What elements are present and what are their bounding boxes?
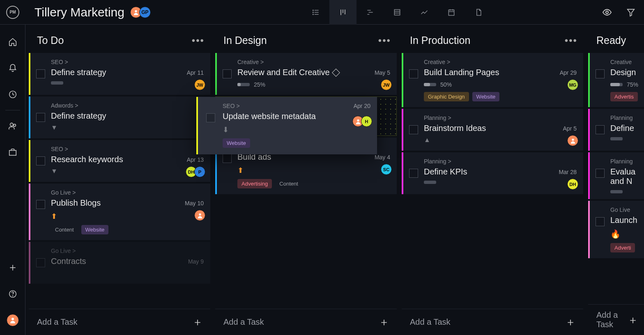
- tag-chip[interactable]: Advertising: [237, 179, 272, 188]
- card-category[interactable]: SEO >: [223, 103, 370, 109]
- task-card[interactable]: Planning > Define KPIs Mar 28 DH: [402, 152, 583, 194]
- task-checkbox[interactable]: [206, 113, 215, 122]
- card-category[interactable]: SEO >: [51, 146, 203, 152]
- sidebar-home-icon[interactable]: [5, 34, 20, 49]
- header-avatars[interactable]: GP: [130, 7, 151, 18]
- task-card[interactable]: Creative > Review and Edit Creative May …: [215, 53, 397, 95]
- kanban-board[interactable]: To Do ••• SEO > Define strategy Apr 11 J…: [25, 25, 644, 335]
- expand-caret-icon[interactable]: ▼: [51, 124, 203, 131]
- task-checkbox[interactable]: [36, 200, 45, 209]
- task-checkbox[interactable]: [223, 154, 232, 163]
- tag-chip[interactable]: Website: [81, 225, 109, 234]
- card-category[interactable]: Go Live: [610, 207, 638, 213]
- card-avatars[interactable]: [194, 210, 205, 221]
- column-menu-icon[interactable]: •••: [378, 35, 391, 46]
- task-checkbox[interactable]: [223, 69, 232, 78]
- avatar[interactable]: JW: [381, 79, 392, 90]
- card-category[interactable]: Adwords >: [51, 102, 203, 109]
- task-card[interactable]: Go Live Launch 🔥 Adverti: [588, 201, 644, 258]
- card-category[interactable]: Creative >: [424, 59, 576, 65]
- sidebar-user-avatar[interactable]: [5, 313, 20, 328]
- view-file-icon[interactable]: [465, 0, 492, 25]
- card-category[interactable]: Planning >: [424, 115, 576, 121]
- task-card[interactable]: Creative > Build Landing Pages Apr 29 MG…: [402, 53, 583, 107]
- task-card[interactable]: Planning Evaluaand N: [588, 152, 644, 199]
- sidebar-notifications-icon[interactable]: [5, 61, 20, 76]
- card-category[interactable]: Planning: [610, 158, 638, 165]
- tag-chip[interactable]: Website: [472, 92, 500, 101]
- task-checkbox[interactable]: [36, 69, 45, 78]
- tag-chip[interactable]: Adverti: [610, 243, 635, 252]
- task-checkbox[interactable]: [596, 69, 605, 78]
- filter-icon[interactable]: [623, 4, 639, 21]
- card-avatars[interactable]: [567, 135, 578, 146]
- card-avatars[interactable]: DHP: [186, 166, 205, 177]
- view-dashboard-icon[interactable]: [411, 0, 438, 25]
- column-menu-icon[interactable]: •••: [192, 35, 205, 46]
- dragging-card[interactable]: SEO > Update website metadata Apr 20 H ⬇…: [196, 97, 377, 154]
- card-category[interactable]: SEO >: [51, 59, 203, 65]
- avatar[interactable]: GP: [139, 7, 151, 18]
- task-card[interactable]: SEO > Research keywords Apr 13 DHP ▼: [29, 140, 210, 182]
- card-category[interactable]: Creative: [610, 59, 638, 65]
- tag-chip[interactable]: Graphic Design: [424, 92, 469, 101]
- card-category[interactable]: Planning: [610, 115, 638, 121]
- card-category[interactable]: Go Live >: [51, 189, 203, 196]
- task-card[interactable]: Planning > Brainstorm Ideas Apr 5 ▲: [402, 109, 583, 151]
- task-checkbox[interactable]: [409, 125, 418, 134]
- task-checkbox[interactable]: [596, 125, 605, 134]
- sidebar-add-icon[interactable]: [5, 260, 20, 275]
- sidebar-team-icon[interactable]: [5, 119, 20, 133]
- add-task-button[interactable]: Add a Task＋: [588, 304, 644, 335]
- card-avatars[interactable]: MG: [567, 79, 578, 90]
- tag-chip[interactable]: Content: [275, 179, 302, 188]
- task-checkbox[interactable]: [596, 169, 605, 178]
- visibility-icon[interactable]: [599, 4, 615, 21]
- view-gantt-icon[interactable]: [356, 0, 384, 25]
- view-board-icon[interactable]: [329, 0, 356, 25]
- sidebar-help-icon[interactable]: [5, 287, 20, 301]
- view-sheet-icon[interactable]: [384, 0, 411, 25]
- task-card[interactable]: Adwords > Define strategy ▼: [29, 96, 210, 138]
- add-task-button[interactable]: Add a Task＋: [215, 309, 397, 335]
- add-task-button[interactable]: Add a Task＋: [29, 309, 210, 335]
- card-avatars[interactable]: DH: [567, 179, 578, 190]
- avatar[interactable]: SC: [381, 164, 392, 175]
- task-card[interactable]: Planning Define: [588, 109, 644, 151]
- task-card[interactable]: SEO > Define strategy Apr 11 JW: [29, 53, 210, 95]
- task-checkbox[interactable]: [36, 156, 45, 165]
- card-avatars[interactable]: JW: [381, 79, 392, 90]
- avatar[interactable]: [567, 135, 578, 146]
- avatar[interactable]: DH: [567, 179, 578, 190]
- sidebar-recent-icon[interactable]: [5, 87, 20, 102]
- card-category[interactable]: Planning >: [424, 158, 576, 165]
- app-logo[interactable]: PM: [0, 6, 25, 19]
- task-card[interactable]: Go Live > Contracts May 9: [29, 242, 210, 284]
- avatar[interactable]: JW: [194, 79, 205, 90]
- tag-chip[interactable]: Content: [51, 225, 78, 234]
- task-checkbox[interactable]: [409, 69, 418, 78]
- task-checkbox[interactable]: [36, 258, 45, 267]
- collapse-caret-icon[interactable]: ▲: [424, 136, 576, 144]
- expand-caret-icon[interactable]: ▼: [51, 168, 203, 175]
- task-card[interactable]: Creative Design 75% Advertis: [588, 53, 644, 107]
- tag-chip[interactable]: Website: [223, 138, 250, 148]
- card-avatars[interactable]: JW: [194, 79, 205, 90]
- column-menu-icon[interactable]: •••: [565, 35, 577, 46]
- card-avatars[interactable]: SC: [381, 164, 392, 175]
- tag-chip[interactable]: Advertis: [610, 92, 638, 101]
- avatar[interactable]: [194, 210, 205, 221]
- task-checkbox[interactable]: [596, 217, 605, 226]
- task-checkbox[interactable]: [36, 113, 45, 122]
- card-category[interactable]: Go Live >: [51, 248, 203, 254]
- add-task-button[interactable]: Add a Task＋: [402, 309, 583, 335]
- card-category[interactable]: Creative >: [237, 59, 389, 65]
- sidebar-portfolio-icon[interactable]: [5, 145, 20, 160]
- view-list-icon[interactable]: [302, 0, 329, 25]
- avatar[interactable]: H: [361, 116, 372, 127]
- avatar[interactable]: P: [194, 166, 205, 177]
- avatar[interactable]: MG: [567, 79, 578, 90]
- task-card[interactable]: Go Live > Publish Blogs May 10 ⬆ Content…: [29, 184, 210, 240]
- view-calendar-icon[interactable]: [438, 0, 465, 25]
- card-avatars[interactable]: H: [352, 116, 372, 127]
